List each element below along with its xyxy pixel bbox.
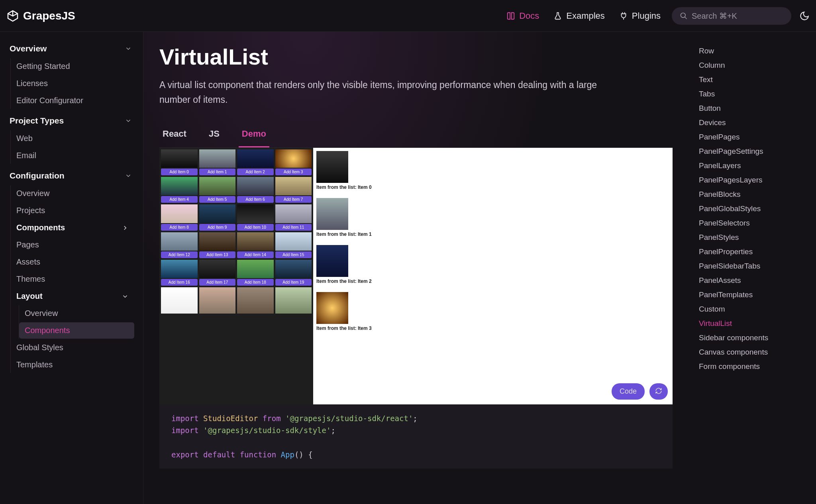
- toc-item-panelblocks[interactable]: PanelBlocks: [696, 187, 808, 202]
- sidebar-item-web[interactable]: Web: [11, 130, 134, 147]
- demo-thumb: Add Item 18: [237, 260, 274, 286]
- theme-toggle[interactable]: [799, 11, 810, 21]
- thumbnail-image: [237, 204, 274, 223]
- sidebar-item-getting-started[interactable]: Getting Started: [11, 58, 134, 75]
- toc-item-paneltemplates[interactable]: PanelTemplates: [696, 288, 808, 302]
- toc-item-column[interactable]: Column: [696, 58, 808, 73]
- thumbnail-image: [275, 149, 312, 168]
- add-item-button[interactable]: Add Item 19: [275, 279, 312, 286]
- add-item-button[interactable]: Add Item 12: [161, 251, 198, 258]
- demo-thumb: Add Item 12: [161, 232, 198, 258]
- list-item-label: Item from the list: Item 0: [316, 184, 669, 190]
- add-item-button[interactable]: Add Item 10: [237, 224, 274, 231]
- chevron-down-icon: [125, 172, 132, 179]
- add-item-button[interactable]: Add Item 3: [275, 169, 312, 175]
- demo-thumb: Add Item 1: [199, 149, 236, 175]
- toc-item-panelpages[interactable]: PanelPages: [696, 130, 808, 144]
- demo-thumb: Add Item 14: [237, 232, 274, 258]
- demo-thumb: Add Item 11: [275, 204, 312, 230]
- toc-item-panelglobalstyles[interactable]: PanelGlobalStyles: [696, 202, 808, 216]
- add-item-button[interactable]: Add Item 18: [237, 279, 274, 286]
- tab-react[interactable]: React: [159, 123, 190, 147]
- thumbnail-image: [199, 260, 236, 278]
- sidebar-item-overview[interactable]: Overview: [11, 185, 134, 202]
- sidebar-section-project-types[interactable]: Project Types: [5, 112, 137, 129]
- tab-js[interactable]: JS: [206, 123, 223, 147]
- sidebar-item-layout-components[interactable]: Components: [19, 322, 134, 339]
- sidebar-item-global-styles[interactable]: Global Styles: [11, 339, 134, 356]
- nav-plugins[interactable]: Plugins: [619, 11, 661, 21]
- toc-item-button[interactable]: Button: [696, 101, 808, 116]
- list-item-label: Item from the list: Item 3: [316, 326, 669, 331]
- list-item-image: [316, 245, 348, 277]
- thumbnail-image: [199, 204, 236, 223]
- sidebar-item-pages[interactable]: Pages: [11, 237, 134, 253]
- code-button[interactable]: Code: [612, 383, 645, 400]
- tab-demo[interactable]: Demo: [239, 123, 269, 147]
- nav-docs[interactable]: Docs: [506, 11, 539, 21]
- toc-item-panelstyles[interactable]: PanelStyles: [696, 230, 808, 245]
- add-item-button[interactable]: Add Item 16: [161, 279, 198, 286]
- add-item-button[interactable]: Add Item 2: [237, 169, 274, 175]
- demo-thumb: Add Item 2: [237, 149, 274, 175]
- demo-thumb: Add Item 9: [199, 204, 236, 230]
- sidebar-item-templates[interactable]: Templates: [11, 357, 134, 373]
- toc-item-panelpagesettings[interactable]: PanelPageSettings: [696, 144, 808, 159]
- add-item-button[interactable]: Add Item 11: [275, 224, 312, 231]
- sidebar-item-themes[interactable]: Themes: [11, 271, 134, 287]
- thumbnail-image: [275, 204, 312, 223]
- list-item-label: Item from the list: Item 2: [316, 278, 669, 284]
- page-description: A virtual list component that renders on…: [159, 78, 630, 107]
- add-item-button[interactable]: Add Item 1: [199, 169, 236, 175]
- demo-thumb: Add Item 6: [237, 177, 274, 203]
- toc-item-tabs[interactable]: Tabs: [696, 87, 808, 101]
- brand-logo[interactable]: GrapesJS: [6, 10, 75, 22]
- toc-item-panelselectors[interactable]: PanelSelectors: [696, 216, 808, 230]
- toc-item-panellayers[interactable]: PanelLayers: [696, 159, 808, 173]
- topbar: GrapesJS Docs Examples Plugins Search ⌘+…: [0, 0, 816, 32]
- sidebar-item-editor-configurator[interactable]: Editor Configurator: [11, 92, 134, 109]
- chevron-down-icon: [122, 293, 129, 300]
- toc-item-text[interactable]: Text: [696, 73, 808, 87]
- tabs: React JS Demo: [159, 123, 673, 148]
- toc-item-custom[interactable]: Custom: [696, 302, 808, 316]
- add-item-button[interactable]: Add Item 13: [199, 251, 236, 258]
- toc-item-panelsidebartabs[interactable]: PanelSidebarTabs: [696, 259, 808, 273]
- sidebar-item-email[interactable]: Email: [11, 147, 134, 164]
- sidebar-section-overview[interactable]: Overview: [5, 40, 137, 57]
- sidebar-item-assets[interactable]: Assets: [11, 254, 134, 270]
- toc-item-devices[interactable]: Devices: [696, 116, 808, 130]
- list-item-image: [316, 198, 348, 230]
- add-item-button[interactable]: Add Item 4: [161, 196, 198, 203]
- sidebar-section-configuration[interactable]: Configuration: [5, 167, 137, 184]
- toc-item-sidebar-components[interactable]: Sidebar components: [696, 331, 808, 345]
- sidebar-item-projects[interactable]: Projects: [11, 202, 134, 219]
- sidebar-item-licenses[interactable]: Licenses: [11, 75, 134, 92]
- add-item-button[interactable]: Add Item 7: [275, 196, 312, 203]
- add-item-button[interactable]: Add Item 6: [237, 196, 274, 203]
- toc-item-panelproperties[interactable]: PanelProperties: [696, 245, 808, 259]
- add-item-button[interactable]: Add Item 14: [237, 251, 274, 258]
- search-input[interactable]: Search ⌘+K: [672, 7, 791, 25]
- add-item-button[interactable]: Add Item 17: [199, 279, 236, 286]
- nav-examples[interactable]: Examples: [553, 11, 605, 21]
- add-item-button[interactable]: Add Item 8: [161, 224, 198, 231]
- demo-thumb: Add Item 8: [161, 204, 198, 230]
- sidebar-item-layout-overview[interactable]: Overview: [19, 305, 134, 322]
- add-item-button[interactable]: Add Item 5: [199, 196, 236, 203]
- toc-item-canvas-components[interactable]: Canvas components: [696, 345, 808, 359]
- toc-item-virtuallist[interactable]: VirtualList: [696, 316, 808, 331]
- toc-item-panelassets[interactable]: PanelAssets: [696, 273, 808, 288]
- sidebar-item-components[interactable]: Components: [11, 220, 134, 236]
- add-item-button[interactable]: Add Item 9: [199, 224, 236, 231]
- list-item-image: [316, 292, 348, 324]
- toc-item-row[interactable]: Row: [696, 44, 808, 58]
- add-item-button[interactable]: Add Item 0: [161, 169, 198, 175]
- thumbnail-image: [161, 177, 198, 195]
- add-item-button[interactable]: Add Item 15: [275, 251, 312, 258]
- sidebar-item-layout[interactable]: Layout: [11, 288, 134, 304]
- toc-item-panelpageslayers[interactable]: PanelPagesLayers: [696, 173, 808, 187]
- refresh-button[interactable]: [649, 383, 668, 400]
- thumbnail-image: [161, 260, 198, 278]
- toc-item-form-components[interactable]: Form components: [696, 359, 808, 374]
